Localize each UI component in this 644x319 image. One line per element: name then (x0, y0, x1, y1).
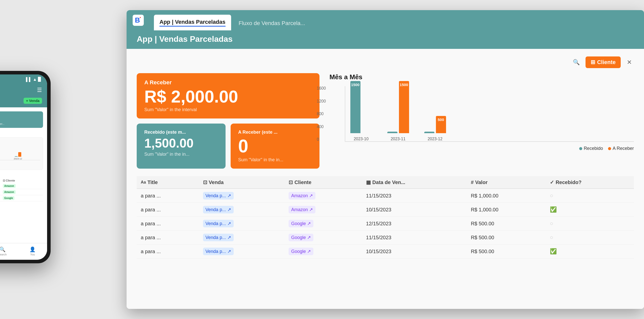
cell-title-1: a para ... (137, 203, 199, 217)
main-section: A Receber R$ 2,000.00 Sum "Valor" in the… (137, 73, 634, 169)
cell-data-3: 11/15/2023 (362, 231, 467, 245)
cell-title-3: a para ... (137, 231, 199, 245)
mobile-screen: 9:41 ▌▌ ▲ ▉ B● ☰ App | Vendas Parceladas… (0, 74, 47, 260)
cell-title-2: a para ... (137, 217, 199, 231)
table-icon: ⊞ (591, 59, 595, 66)
search-button[interactable]: 🔍 (571, 57, 581, 67)
toolbar: 🔍 ⊞ Cliente ✕ (137, 56, 634, 68)
tab-bar: B ● App | Vendas Parceladas Fluxo de Ven… (127, 10, 644, 30)
nav-label-you: You (30, 253, 35, 256)
tab-vendas-parceladas[interactable]: App | Vendas Parceladas (154, 15, 231, 30)
legend-a-receber: A Receber (608, 146, 634, 151)
mobile-menu-icon[interactable]: ☰ (37, 87, 42, 93)
cell-cliente-3: Google ↗ (285, 231, 362, 245)
mobile-kpi-zero: 0 Sum "Valor" in the inter... (0, 111, 43, 128)
cell-title-0: a para ... (137, 189, 199, 203)
mobile-table-title: Parcelas (0, 172, 43, 176)
bar-recebido-2023-10: 1500 (350, 81, 360, 133)
bar-pair: 500 (424, 116, 446, 133)
cliente-button[interactable]: ⊞ Cliente (586, 56, 621, 68)
venda-tag-4[interactable]: Venda p... ↗ (203, 248, 234, 255)
mobile-status-icons: ▌▌ ▲ ▉ (26, 77, 41, 82)
bar-pair: 1500 (350, 81, 372, 133)
mobile-cliente-tag-1[interactable]: Amazon (3, 190, 16, 194)
cliente-tag-2[interactable]: Google ↗ (289, 220, 313, 227)
kpi-recebido-label: Recebido (este m... (144, 130, 218, 135)
mobile-nav-search[interactable]: 🔍 Search (0, 245, 10, 259)
cell-valor-0: R$ 1,000.00 (467, 189, 546, 203)
tab-fluxo-vendas[interactable]: Fluxo de Vendas Parcela... (233, 16, 311, 30)
cliente-tag-1[interactable]: Amazon ↗ (289, 206, 315, 213)
table-row: a para ... Venda p... ↗ Google ↗ 10/15/2… (137, 245, 634, 258)
hash-icon: # (471, 180, 474, 185)
bar-a-receber-2023-12: 500 (436, 116, 446, 133)
bar-pair: 1500 (387, 81, 409, 133)
cell-cliente-4: Google ↗ (285, 245, 362, 258)
venda-tag-2[interactable]: Venda p... ↗ (203, 220, 234, 227)
kpi-a-receber: A Receber R$ 2,000.00 Sum "Valor" in the… (137, 73, 319, 118)
table-row: a para ... Venda p... ↗ Amazon ↗ 10/15/2… (137, 203, 634, 217)
col-title: Aa Title (137, 176, 199, 189)
link-icon-2: ⊡ (289, 179, 293, 185)
venda-tag-0[interactable]: Venda p... ↗ (203, 192, 234, 200)
bar-label-2023-10: 2023-10 (354, 137, 369, 141)
venda-tag-3[interactable]: Venda p... ↗ (203, 234, 234, 241)
desktop-window: B ● App | Vendas Parceladas Fluxo de Ven… (127, 10, 644, 309)
kpi-small-row: Recebido (este m... 1,500.00 Sum "Valor"… (137, 124, 319, 169)
mobile-cell-venda-1: Venda p... (0, 189, 2, 195)
check-circle-icon: ✓ (550, 179, 554, 185)
legend-dot-a-receber (608, 147, 611, 150)
mobile-overlay: 9:41 ▌▌ ▲ ▉ B● ☰ App | Vendas Parceladas… (0, 71, 51, 263)
mobile-table-row: Venda para ... Venda p... Amazon (0, 189, 43, 195)
cliente-tag-4[interactable]: Google ↗ (289, 248, 313, 255)
cell-title-4: a para ... (137, 245, 199, 258)
mobile-kpi-teal-value: 0 (0, 114, 40, 122)
mobile-cliente-tag-0[interactable]: Amazon (3, 184, 16, 188)
mobile-nav-bar: ⌂ Home ✓ Tasks 💬 Chat 🔍 Search 👤 You (0, 243, 47, 260)
add-venda-button[interactable]: + Venda (24, 98, 42, 104)
mobile-header: B● ☰ (0, 84, 47, 97)
table-row: a para ... Venda p... ↗ Amazon ↗ 11/15/2… (137, 189, 634, 203)
mobile-chart-title: Mês a Mês (0, 131, 43, 135)
mobile-title-row: App | Vendas Parceladas + Venda (0, 97, 47, 107)
close-button[interactable]: ✕ (625, 58, 634, 67)
cell-venda-1: Venda p... ↗ (199, 203, 285, 217)
cell-recebido-3: ○ (546, 231, 634, 245)
table-row: a para ... Venda p... ↗ Google ↗ 12/15/2… (137, 217, 634, 231)
bar-a-receber-2023-11: 1500 (399, 81, 409, 133)
bar-label-2023-11: 2023-11 (391, 137, 406, 141)
mobile-cliente-tag-2[interactable]: Google (3, 196, 14, 200)
tabs-container: App | Vendas Parceladas Fluxo de Vendas … (154, 10, 311, 30)
venda-tag-1[interactable]: Venda p... ↗ (203, 206, 234, 213)
col-data: ▦ Data de Ven... (362, 176, 467, 189)
cliente-tag-3[interactable]: Google ↗ (289, 234, 313, 241)
cell-venda-0: Venda p... ↗ (199, 189, 285, 203)
link-icon: ⊡ (203, 179, 207, 185)
chart-section: Mês a Mês 1600 1200 800 400 0 (330, 73, 634, 169)
cell-recebido-4: ✅ (546, 245, 634, 258)
bar-group-2023-10: 1500 2023-10 (350, 81, 372, 141)
col-venda: ⊡ Venda (199, 176, 285, 189)
mini-bar-areceber-3 (18, 152, 21, 157)
kpi-a-receber-mes-label: A Receber (este ... (238, 130, 312, 135)
app-logo: B ● (133, 15, 144, 26)
cell-data-1: 10/15/2023 (362, 203, 467, 217)
kpi-recebido-sub: Sum "Valor" in the in... (144, 152, 218, 157)
mobile-nav-you[interactable]: 👤 You (26, 245, 39, 259)
col-recebido: ✓ Recebido? (546, 176, 634, 189)
kpi-recebido-mes: Recebido (este m... 1,500.00 Sum "Valor"… (137, 124, 226, 169)
mobile-table-header: Aa Title ⊡ Venda ⊡ Cliente (0, 178, 43, 183)
page-title-bar: App | Vendas Parceladas (127, 30, 644, 49)
kpi-a-receber-mes-value: 0 (238, 137, 312, 155)
chart-wrapper: 1600 1200 800 400 0 1500 (330, 86, 634, 142)
user-icon: 👤 (29, 246, 36, 252)
cliente-tag-0[interactable]: Amazon ↗ (289, 192, 315, 200)
cell-cliente-0: Amazon ↗ (285, 189, 362, 203)
cell-cliente-1: Amazon ↗ (285, 203, 362, 217)
cell-valor-4: R$ 500.00 (467, 245, 546, 258)
mobile-table-body: Venda para ... Venda p... Amazon Venda p… (0, 183, 43, 201)
mini-bar-recebido-3 (15, 156, 18, 157)
mobile-content: R$ 2,000.00 Sum "Valor" in the inter... … (0, 107, 47, 243)
nav-label-search: Search (0, 253, 7, 256)
col-cliente: ⊡ Cliente (285, 176, 362, 189)
